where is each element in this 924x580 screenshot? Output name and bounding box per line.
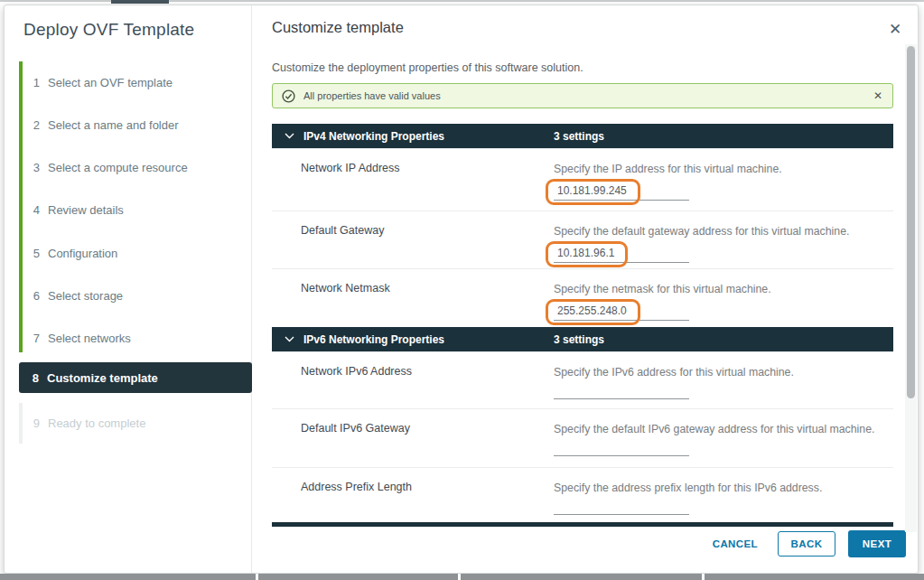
sidebar-step-customize-template-active[interactable]: 8 Customize template — [19, 362, 252, 393]
step-number: 4 — [31, 203, 40, 217]
property-description: Specify the IP address for this virtual … — [554, 162, 893, 177]
sidebar-step-select-compute-resource[interactable]: 3 Select a compute resource — [19, 146, 245, 189]
step-label: Select a name and folder — [48, 118, 179, 132]
step-label: Configuration — [48, 247, 117, 260]
back-button[interactable]: BACK — [778, 531, 835, 557]
sidebar-step-select-storage[interactable]: 6 Select storage — [19, 275, 245, 317]
sidebar-step-review-details[interactable]: 4 Review details — [19, 189, 245, 231]
step-label: Customize template — [47, 371, 158, 385]
property-description: Specify the address prefix length for th… — [554, 481, 893, 496]
network-ipv6-address-input[interactable] — [554, 388, 689, 399]
sidebar-step-ready-to-complete: 9 Ready to complete — [19, 403, 245, 444]
property-row-default-ipv6-gateway: Default IPv6 Gateway Specify the default… — [272, 408, 893, 467]
sidebar-step-select-ovf-template[interactable]: 1 Select an OVF template — [19, 61, 245, 104]
background-page-fragment — [111, 0, 169, 4]
step-label: Select an OVF template — [48, 76, 173, 89]
validation-success-banner: All properties have valid values ✕ — [272, 83, 893, 108]
default-gateway-input[interactable]: 10.181.96.1 — [554, 243, 689, 263]
step-label: Ready to complete — [48, 416, 145, 430]
property-label: Network IPv6 Address — [272, 352, 554, 408]
step-number: 2 — [31, 118, 40, 132]
scrollbar-thumb[interactable] — [907, 46, 915, 398]
banner-close-icon[interactable]: ✕ — [873, 89, 882, 102]
section-title: IPv6 Networking Properties — [303, 333, 444, 346]
step-number: 7 — [31, 332, 40, 345]
page-subtitle: Customize the deployment properties of t… — [272, 61, 583, 74]
input-underline — [554, 398, 689, 399]
network-netmask-input[interactable]: 255.255.248.0 — [554, 301, 689, 321]
section-header-ipv4[interactable]: IPv4 Networking Properties 3 settings — [272, 124, 893, 148]
step-number: 9 — [31, 416, 40, 430]
step-number: 3 — [31, 161, 40, 174]
banner-text: All properties have valid values — [303, 90, 441, 101]
property-row-network-ip-address: Network IP Address Specify the IP addres… — [272, 148, 893, 210]
step-label: Select storage — [48, 289, 123, 303]
deploy-ovf-template-dialog: Deploy OVF Template 1 Select an OVF temp… — [4, 5, 919, 574]
background-page-bottom-strip — [0, 574, 924, 580]
section-title: IPv4 Networking Properties — [303, 130, 444, 143]
step-label: Select networks — [48, 332, 131, 345]
property-row-default-gateway: Default Gateway Specify the default gate… — [272, 210, 893, 268]
section-settings-count: 3 settings — [554, 333, 604, 346]
chevron-down-icon — [285, 336, 294, 342]
property-description: Specify the IPv6 address for this virtua… — [554, 365, 893, 380]
wizard-sidebar: Deploy OVF Template 1 Select an OVF temp… — [5, 5, 252, 573]
section-ipv4-networking: IPv4 Networking Properties 3 settings Ne… — [272, 124, 893, 327]
cancel-button[interactable]: CANCEL — [705, 538, 765, 549]
scrollbar-track[interactable] — [905, 44, 917, 532]
property-label: Default Gateway — [272, 211, 554, 268]
highlight-box: 10.181.96.1 — [546, 241, 628, 267]
property-label: Address Prefix Length — [272, 468, 554, 522]
step-label: Select a compute resource — [48, 161, 188, 174]
background-divider — [702, 574, 705, 580]
property-row-address-prefix-length: Address Prefix Length Specify the addres… — [272, 467, 893, 522]
step-number: 6 — [31, 289, 40, 303]
step-label: Review details — [48, 203, 124, 217]
wizard-footer: CANCEL BACK NEXT — [705, 530, 906, 557]
property-row-network-ipv6-address: Network IPv6 Address Specify the IPv6 ad… — [272, 351, 893, 408]
page-title: Customize template — [272, 19, 404, 36]
sidebar-step-select-networks[interactable]: 7 Select networks — [19, 317, 245, 360]
close-icon[interactable]: ✕ — [885, 20, 905, 40]
check-circle-icon — [282, 89, 295, 103]
property-label: Network Netmask — [272, 269, 554, 327]
highlight-box: 10.181.99.245 — [546, 179, 640, 205]
step-number: 5 — [31, 247, 40, 260]
section-header-ipv6[interactable]: IPv6 Networking Properties 3 settings — [272, 327, 893, 351]
next-section-header-clipped — [272, 522, 893, 527]
wizard-title: Deploy OVF Template — [23, 20, 194, 40]
chevron-down-icon — [285, 133, 294, 139]
property-row-network-netmask: Network Netmask Specify the netmask for … — [272, 268, 893, 327]
sidebar-step-select-name-folder[interactable]: 2 Select a name and folder — [19, 104, 245, 146]
highlight-box: 255.255.248.0 — [546, 299, 640, 325]
screen: Deploy OVF Template 1 Select an OVF temp… — [0, 0, 924, 580]
next-button[interactable]: NEXT — [848, 530, 906, 557]
property-description: Specify the default IPv6 gateway address… — [554, 422, 893, 437]
property-label: Default IPv6 Gateway — [272, 409, 554, 467]
property-description: Specify the default gateway address for … — [554, 224, 893, 239]
property-description: Specify the netmask for this virtual mac… — [554, 282, 893, 297]
step-number: 1 — [31, 76, 40, 89]
section-settings-count: 3 settings — [554, 130, 604, 143]
step-number: 8 — [30, 371, 39, 385]
network-ip-address-input[interactable]: 10.181.99.245 — [554, 181, 689, 201]
input-underline — [554, 455, 689, 456]
address-prefix-length-input[interactable] — [554, 503, 689, 515]
section-ipv6-networking: IPv6 Networking Properties 3 settings Ne… — [272, 327, 893, 522]
property-label: Network IP Address — [272, 149, 554, 210]
background-divider — [256, 574, 258, 580]
input-underline — [554, 514, 689, 515]
background-divider — [458, 574, 461, 580]
default-ipv6-gateway-input[interactable] — [554, 444, 689, 456]
sidebar-step-configuration[interactable]: 5 Configuration — [19, 232, 245, 275]
